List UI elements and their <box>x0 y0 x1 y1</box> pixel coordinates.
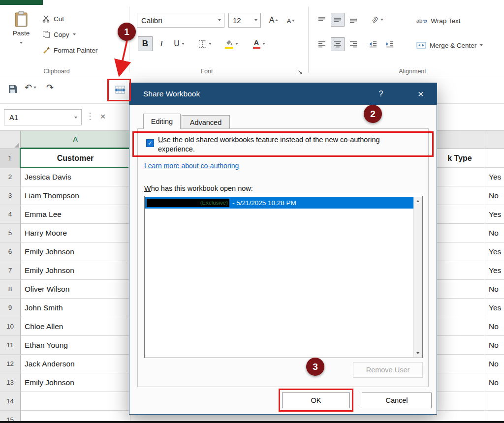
align-left-button[interactable] <box>315 37 329 51</box>
row-header-9[interactable]: 9 <box>0 299 21 317</box>
row-header-11[interactable]: 11 <box>0 336 21 354</box>
cell-right-5[interactable]: No <box>485 224 504 242</box>
underline-button[interactable]: U <box>169 36 189 51</box>
align-right-button[interactable] <box>346 37 360 51</box>
tab-advanced[interactable]: Advanced <box>182 115 230 129</box>
top-align-button[interactable] <box>315 13 329 27</box>
redo-button[interactable]: ↷ <box>46 83 54 92</box>
increase-indent-button[interactable] <box>383 37 397 51</box>
font-name-value: Calibri <box>141 16 162 25</box>
cell-a12[interactable]: Jack Anderson <box>21 355 130 373</box>
cell-a11[interactable]: Ethan Young <box>21 336 130 354</box>
row-header-13[interactable]: 13 <box>0 373 21 392</box>
dialog-help-button[interactable]: ? <box>374 88 388 100</box>
cut-button[interactable]: Cut <box>42 13 64 25</box>
decrease-indent-icon <box>369 40 378 48</box>
row-header-5[interactable]: 5 <box>0 224 21 242</box>
bottom-align-button[interactable] <box>346 13 360 27</box>
cell-right-8[interactable]: No <box>485 280 504 298</box>
font-size-combo[interactable]: 12 <box>228 13 261 28</box>
row-header-14[interactable]: 14 <box>0 392 21 410</box>
orientation-button[interactable]: ab <box>366 13 389 27</box>
copy-button[interactable]: Copy <box>42 29 76 40</box>
cell-right-2[interactable]: Yes <box>485 168 504 186</box>
shrink-font-glyph: A <box>287 17 291 25</box>
scroll-up-icon[interactable] <box>414 197 422 205</box>
shrink-font-button[interactable]: A <box>284 15 297 27</box>
center-button[interactable] <box>331 37 345 51</box>
tab-editing[interactable]: Editing <box>143 114 181 129</box>
cell-right-7[interactable]: Yes <box>485 261 504 279</box>
name-box[interactable]: A1 <box>4 109 82 125</box>
cell-right-12[interactable]: No <box>485 355 504 373</box>
row-header-1[interactable]: 1 <box>0 149 21 167</box>
borders-button[interactable] <box>194 36 216 51</box>
annotation-arrow-1 <box>112 39 137 80</box>
cell-right-header[interactable]: k Type <box>435 149 485 167</box>
cell-right-9[interactable]: Yes <box>485 299 504 317</box>
cell-right-10[interactable]: No <box>485 317 504 335</box>
column-header-a[interactable]: A <box>21 131 130 149</box>
row-header-6[interactable]: 6 <box>0 242 21 261</box>
cell-a9[interactable]: John Smith <box>21 299 130 317</box>
cell-right-13[interactable]: No <box>485 373 504 392</box>
cell-a14[interactable] <box>21 392 130 410</box>
use-old-shared-workbooks-checkbox[interactable]: ✓ <box>146 139 154 147</box>
row-header-12[interactable]: 12 <box>0 355 21 373</box>
font-dialog-launcher[interactable] <box>297 68 303 77</box>
fill-color-button[interactable] <box>220 35 243 52</box>
cell-a6[interactable]: Emily Johnson <box>21 242 130 261</box>
middle-align-button[interactable] <box>331 13 345 27</box>
row-header-10[interactable]: 10 <box>0 317 21 335</box>
cell-a10[interactable]: Chloe Allen <box>21 317 130 335</box>
bold-button[interactable]: B <box>138 36 153 51</box>
dialog-title-bar[interactable]: Share Workbook <box>129 83 437 105</box>
row-header-4[interactable]: 4 <box>0 205 21 223</box>
formula-bar-separator-dots: ⋮ <box>86 111 94 121</box>
cell-a13[interactable]: Emily Johnson <box>21 373 130 392</box>
cell-right-6[interactable]: Yes <box>485 242 504 261</box>
decrease-indent-button[interactable] <box>366 37 380 51</box>
share-workbook-legacy-button[interactable] <box>110 80 130 100</box>
cell-right-11[interactable]: No <box>485 336 504 354</box>
row-header-2[interactable]: 2 <box>0 168 21 186</box>
remove-user-button[interactable]: Remove User <box>353 362 423 378</box>
font-name-combo[interactable]: Calibri <box>137 13 224 28</box>
user-list-item-selected[interactable]: (Exclusive) - 5/21/2025 10:28 PM <box>145 197 413 209</box>
ok-label: OK <box>311 396 321 404</box>
font-color-glyph: A <box>253 39 260 46</box>
open-users-listbox[interactable]: (Exclusive) - 5/21/2025 10:28 PM <box>144 196 423 358</box>
learn-more-link[interactable]: Learn more about co-authoring <box>144 162 239 170</box>
formula-cancel-button[interactable]: × <box>96 110 109 123</box>
format-painter-button[interactable]: Format Painter <box>42 44 97 56</box>
cell-right-4[interactable]: Yes <box>485 205 504 223</box>
paste-button[interactable]: Paste <box>7 10 35 59</box>
grow-font-button[interactable]: A <box>267 14 281 27</box>
font-color-button[interactable]: A <box>248 35 270 52</box>
undo-button[interactable]: ↶ <box>25 83 36 92</box>
merge-center-button[interactable]: Merge & Center <box>416 39 483 51</box>
cell-right-3[interactable]: No <box>485 186 504 205</box>
wrap-text-button[interactable]: ab Wrap Text <box>416 15 461 27</box>
ok-button[interactable]: OK <box>282 393 350 408</box>
row-header-8[interactable]: 8 <box>0 280 21 298</box>
listbox-scrollbar[interactable] <box>413 197 422 357</box>
cell-a7[interactable]: Emily Johnson <box>21 261 130 279</box>
cancel-button[interactable]: Cancel <box>362 393 432 408</box>
select-all-corner[interactable] <box>0 131 21 149</box>
cell-a5[interactable]: Harry Moore <box>21 224 130 242</box>
row-header-3[interactable]: 3 <box>0 186 21 205</box>
row-header-7[interactable]: 7 <box>0 261 21 279</box>
save-button[interactable] <box>6 82 20 96</box>
grow-font-caret-icon <box>275 19 278 21</box>
cell-a4[interactable]: Emma Lee <box>21 205 130 223</box>
italic-button[interactable]: I <box>156 36 167 51</box>
cell-a2[interactable]: Jessica Davis <box>21 168 130 186</box>
center-icon <box>333 40 342 48</box>
align-left-icon <box>317 40 326 48</box>
dialog-close-button[interactable]: × <box>412 87 430 101</box>
cell-a3[interactable]: Liam Thompson <box>21 186 130 205</box>
cell-a8[interactable]: Oliver Wilson <box>21 280 130 298</box>
scroll-down-icon[interactable] <box>414 349 422 357</box>
cell-a1[interactable]: Customer <box>21 149 130 167</box>
